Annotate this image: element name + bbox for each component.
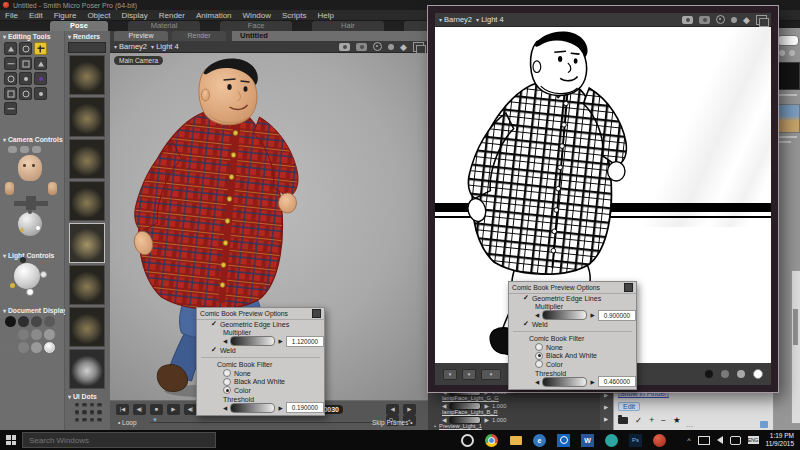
loop-toggle[interactable]: • Loop xyxy=(118,419,137,426)
cortana-icon[interactable] xyxy=(461,434,474,447)
camera-flyaround-icon[interactable] xyxy=(356,43,367,51)
room-tab-material[interactable]: Material xyxy=(128,21,200,31)
tab-render[interactable]: Render xyxy=(172,31,226,41)
room-tab-hair[interactable]: Hair xyxy=(312,21,384,31)
checkbox-checked-icon[interactable]: ✓ xyxy=(523,320,529,328)
orbit-diamond-icon[interactable]: ◆ xyxy=(400,43,407,51)
dial-group-name[interactable]: Preview_Light_1 xyxy=(439,423,482,429)
light-dot-selected[interactable] xyxy=(10,283,15,288)
menu-item-figure[interactable]: Figure xyxy=(54,11,77,20)
menu-item-display[interactable]: Display xyxy=(122,11,148,20)
play-button[interactable]: ▶ xyxy=(167,404,180,415)
view-magnifier-tool[interactable] xyxy=(19,87,32,100)
remove-icon[interactable]: − xyxy=(661,415,666,425)
radio-none[interactable]: None xyxy=(509,343,636,352)
dial-value[interactable]: 1.000 xyxy=(492,417,507,423)
slider-left-icon[interactable]: ◀ xyxy=(223,405,227,411)
footer-dropdown[interactable]: ▾ xyxy=(443,369,457,380)
expand-icon[interactable]: ▶ xyxy=(604,416,608,422)
dial-group-row[interactable]: •Preview_Light_1 xyxy=(434,423,482,429)
radio-icon[interactable] xyxy=(535,360,543,368)
dial-name[interactable]: lampFace_Light_B_R xyxy=(442,409,498,415)
hand-camera-controls[interactable] xyxy=(5,182,57,195)
slider-right-icon[interactable]: ▶ xyxy=(590,312,594,318)
editing-tools-header[interactable]: ▾ Editing Tools xyxy=(0,31,64,41)
poser-app-icon[interactable] xyxy=(653,434,666,447)
translate-z-tool[interactable] xyxy=(4,57,17,70)
radio-icon[interactable] xyxy=(535,343,543,351)
select-tool[interactable] xyxy=(4,42,17,55)
camera-trackball[interactable] xyxy=(18,212,42,236)
color-tool[interactable] xyxy=(34,72,47,85)
weld-label[interactable]: Weld xyxy=(532,321,548,328)
taper-tool[interactable] xyxy=(34,57,47,70)
document-title-tab[interactable]: Untitled xyxy=(232,31,428,41)
expand-icon[interactable]: ▶ xyxy=(604,392,608,398)
threshold-value-field[interactable]: 0.190000 xyxy=(286,402,324,413)
render-thumbnail[interactable] xyxy=(69,181,105,221)
radio-selected-icon[interactable] xyxy=(535,352,543,360)
room-tab-face[interactable]: Face xyxy=(220,21,292,31)
timeline-track[interactable] xyxy=(150,422,380,423)
style-cartoon-lined[interactable] xyxy=(5,342,16,353)
volume-icon[interactable] xyxy=(717,436,723,444)
slider-right-icon[interactable]: ▶ xyxy=(278,405,282,411)
radio-icon[interactable] xyxy=(223,378,231,386)
render-thumbnail[interactable] xyxy=(69,307,105,347)
checkbox-checked-icon[interactable]: ✓ xyxy=(211,346,217,354)
light-dot-white[interactable] xyxy=(26,288,34,296)
slider-left-icon[interactable]: ◀ xyxy=(535,312,539,318)
style-outline[interactable] xyxy=(18,316,29,327)
menu-item-window[interactable]: Window xyxy=(243,11,271,20)
style-flat-lined[interactable] xyxy=(31,329,42,340)
light-trackball[interactable] xyxy=(14,263,40,289)
threshold-value-field[interactable]: 0.460000 xyxy=(598,376,636,387)
camera-name-label[interactable]: Main Camera xyxy=(114,56,163,65)
last-frame-button[interactable]: ◀| xyxy=(133,404,146,415)
expand-icon[interactable]: ▶ xyxy=(604,404,608,410)
word-icon[interactable]: W xyxy=(581,434,594,447)
light-controls-header[interactable]: ▾ Light Controls xyxy=(0,250,64,260)
ui-dots-grid[interactable] xyxy=(73,401,107,424)
translate-tool-active[interactable] xyxy=(34,42,47,55)
library-thumbnail-dark[interactable] xyxy=(777,62,800,90)
float-figure-selector[interactable]: ▾ Barney2 xyxy=(439,15,472,24)
style-hidden-line[interactable] xyxy=(44,316,55,327)
checkmark-icon[interactable]: ✓ xyxy=(635,415,642,425)
weld-label[interactable]: Weld xyxy=(220,347,236,354)
style-smooth-lined[interactable] xyxy=(31,342,42,353)
style-lit-wireframe[interactable] xyxy=(5,329,16,340)
menu-item-help[interactable]: Help xyxy=(317,11,333,20)
menu-item-scripts[interactable]: Scripts xyxy=(282,11,306,20)
next-key-button[interactable]: ▶ xyxy=(403,404,416,415)
light-add-dot[interactable] xyxy=(40,271,47,278)
render-preset-dropdown[interactable] xyxy=(68,42,106,53)
checkbox-checked-icon[interactable]: ✓ xyxy=(523,294,529,302)
add-icon[interactable]: + xyxy=(649,415,654,425)
library-corner-icon[interactable] xyxy=(760,421,768,428)
style-circle-white-selected[interactable] xyxy=(753,369,763,379)
timeline-marker[interactable]: ▼ xyxy=(152,417,158,423)
stop-button[interactable]: ■ xyxy=(150,404,163,415)
menu-item-file[interactable]: File xyxy=(5,11,18,20)
dialog-titlebar[interactable]: Comic Book Preview Options xyxy=(509,282,636,294)
aperture-icon[interactable] xyxy=(373,42,382,51)
camera-move-control[interactable] xyxy=(14,196,48,210)
tray-expand-icon[interactable]: ^ xyxy=(687,437,690,444)
multiplier-value-field[interactable]: 0.900000 xyxy=(598,310,636,321)
grouping-tool[interactable] xyxy=(4,87,17,100)
renders-header[interactable]: ▾ Renders xyxy=(65,31,110,41)
library-icon-a[interactable] xyxy=(779,50,785,56)
taskbar-search-input[interactable] xyxy=(22,432,216,448)
dialog-titlebar[interactable]: Comic Book Preview Options xyxy=(197,308,324,320)
chain-break-tool[interactable] xyxy=(19,72,32,85)
more-handle-icon[interactable]: ··· xyxy=(686,423,693,430)
ui-dots-header[interactable]: ▾ UI Dots xyxy=(65,391,110,401)
dial-right-icon[interactable]: ▶ xyxy=(484,417,488,423)
skip-frames-toggle[interactable]: Skip Frames • xyxy=(372,419,413,426)
menu-item-animation[interactable]: Animation xyxy=(196,11,232,20)
slider-left-icon[interactable]: ◀ xyxy=(535,379,539,385)
multiplier-value-field[interactable]: 1.120000 xyxy=(286,336,324,347)
render-thumbnail-selected[interactable] xyxy=(69,223,105,263)
multiplier-slider[interactable] xyxy=(542,310,587,320)
